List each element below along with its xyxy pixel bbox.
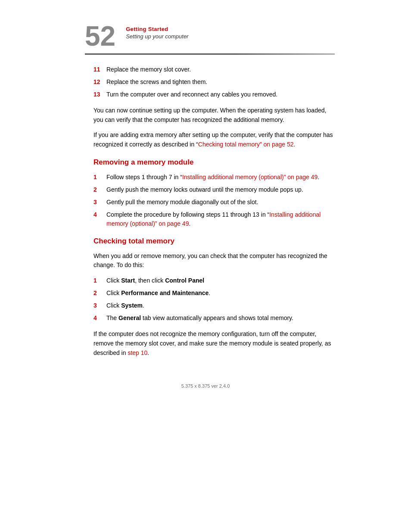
list-item: 1 Click Start, then click Control Panel xyxy=(93,276,335,285)
list-item: 11 Replace the memory slot cover. xyxy=(93,65,335,74)
step-text-11: Replace the memory slot cover. xyxy=(106,65,191,74)
list-item: 3 Click System. xyxy=(93,301,335,310)
step-text-r1: Follow steps 1 through 7 in “Installing … xyxy=(106,173,319,182)
final-paragraph-after: . xyxy=(147,349,149,356)
subtitle: Setting up your computer xyxy=(126,33,188,40)
checking-total-memory-link[interactable]: Checking total memory” on page 52 xyxy=(198,141,294,148)
step-text-c2: Click Performance and Maintenance. xyxy=(106,289,210,298)
content-area: 52 Getting Started Setting up your compu… xyxy=(59,26,352,358)
paragraph-1: You can now continue setting up the comp… xyxy=(93,106,335,124)
bold-general: General xyxy=(118,314,141,321)
list-item: 13 Turn the computer over and reconnect … xyxy=(93,90,335,99)
list-item: 4 The General tab view automatically app… xyxy=(93,314,335,323)
getting-started-label: Getting Started xyxy=(126,26,188,32)
steps-top-list: 11 Replace the memory slot cover. 12 Rep… xyxy=(93,65,335,99)
checking-memory-paragraph: When you add or remove memory, you can c… xyxy=(93,252,335,270)
step-number-r2: 2 xyxy=(93,185,106,194)
page-number: 52 xyxy=(85,22,115,50)
step-text-r2: Gently push the memory locks outward unt… xyxy=(106,185,303,194)
step-number-13: 13 xyxy=(93,90,106,99)
list-item: 2 Gently push the memory locks outward u… xyxy=(93,185,335,194)
step-text-c4: The General tab view automatically appea… xyxy=(106,314,293,323)
step-number-r3: 3 xyxy=(93,198,106,207)
bold-performance: Performance and Maintenance xyxy=(121,289,209,296)
bold-control-panel: Control Panel xyxy=(165,277,204,284)
final-paragraph: If the computer does not recognize the m… xyxy=(93,330,335,358)
paragraph-2: If you are adding extra memory after set… xyxy=(93,131,335,149)
step-number-c4: 4 xyxy=(93,314,106,323)
step-number-c2: 2 xyxy=(93,289,106,298)
step-number-r4: 4 xyxy=(93,210,106,219)
page-container: 52 Getting Started Setting up your compu… xyxy=(0,0,411,532)
step-number-r1: 1 xyxy=(93,173,106,182)
list-item: 12 Replace the screws and tighten them. xyxy=(93,78,335,87)
removing-memory-heading: Removing a memory module xyxy=(93,158,335,167)
bold-start: Start xyxy=(121,277,135,284)
bold-system: System xyxy=(121,302,143,309)
paragraph-2-after: . xyxy=(294,141,296,148)
step-text-13: Turn the computer over and reconnect any… xyxy=(106,90,277,99)
installing-memory-link-1[interactable]: Installing additional memory (optional)”… xyxy=(182,174,318,180)
header-section: 52 Getting Started Setting up your compu… xyxy=(85,26,335,50)
list-item: 2 Click Performance and Maintenance. xyxy=(93,289,335,298)
header-text: Getting Started Setting up your computer xyxy=(126,26,188,40)
list-item: 4 Complete the procedure by following st… xyxy=(93,210,335,228)
footer: 5.375 x 8.375 ver 2.4.0 xyxy=(0,383,411,389)
step-number-11: 11 xyxy=(93,65,106,74)
checking-steps-list: 1 Click Start, then click Control Panel … xyxy=(93,276,335,323)
step-text-r3: Gently pull the memory module diagonally… xyxy=(106,198,258,207)
step-text-c3: Click System. xyxy=(106,301,144,310)
step-text-12: Replace the screws and tighten them. xyxy=(106,78,207,87)
step-number-c1: 1 xyxy=(93,276,106,285)
list-item: 1 Follow steps 1 through 7 in “Installin… xyxy=(93,173,335,182)
removing-steps-list: 1 Follow steps 1 through 7 in “Installin… xyxy=(93,173,335,228)
step10-link[interactable]: step 10 xyxy=(128,349,147,356)
step-number-c3: 3 xyxy=(93,301,106,310)
step-number-12: 12 xyxy=(93,78,106,87)
installing-memory-link-2[interactable]: Installing additional memory (optional)”… xyxy=(106,211,321,227)
step-text-r4: Complete the procedure by following step… xyxy=(106,210,335,228)
divider xyxy=(85,53,335,55)
list-item: 3 Gently pull the memory module diagonal… xyxy=(93,198,335,207)
checking-memory-heading: Checking total memory xyxy=(93,237,335,246)
step-text-c1: Click Start, then click Control Panel xyxy=(106,276,204,285)
